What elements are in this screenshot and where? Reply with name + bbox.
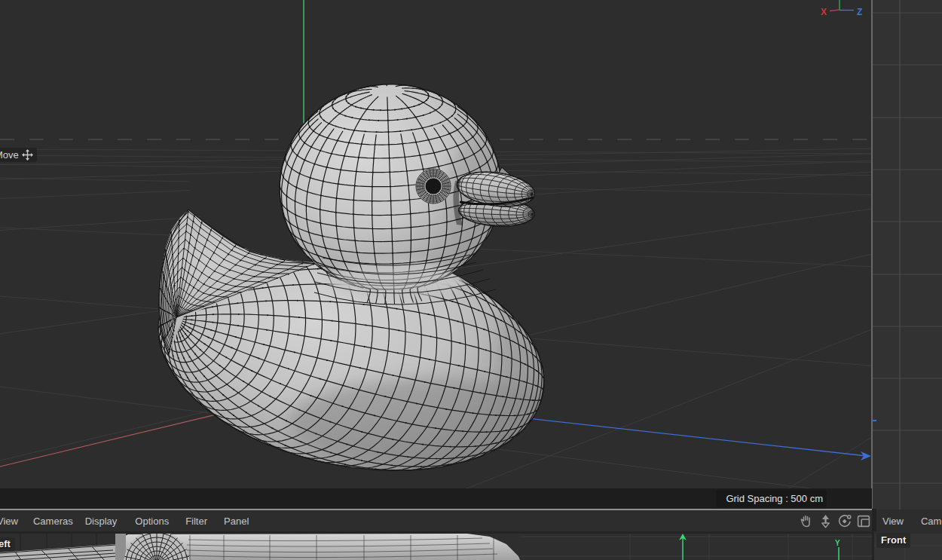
svg-text:Z: Z (857, 7, 862, 17)
svg-text:Y: Y (835, 539, 840, 547)
svg-text:X: X (821, 7, 827, 17)
